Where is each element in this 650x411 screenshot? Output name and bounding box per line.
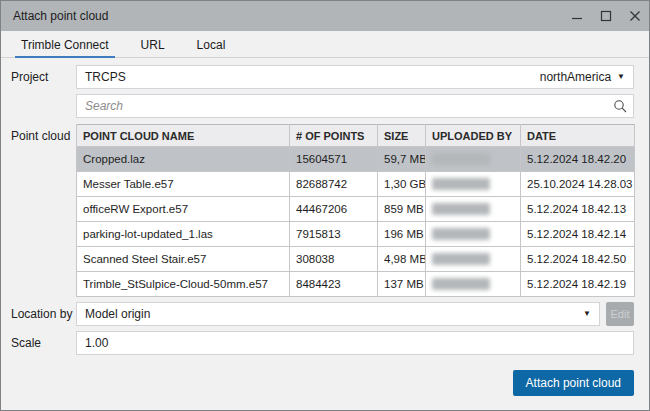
- cell-date[interactable]: 5.12.2024 18.42.13: [521, 197, 635, 222]
- redacted-uploaded-by: [432, 203, 490, 215]
- table-row[interactable]: Scanned Steel Stair.e573080384,98 MB5.12…: [77, 247, 635, 272]
- maximize-button[interactable]: [591, 1, 620, 31]
- project-dropdown[interactable]: TRCPS northAmerica ▼: [76, 65, 634, 89]
- redacted-uploaded-by: [432, 253, 490, 265]
- minimize-icon: [571, 10, 583, 22]
- cell-name[interactable]: Cropped.laz: [77, 147, 290, 172]
- cell-points[interactable]: 308038: [290, 247, 378, 272]
- project-region: northAmerica: [540, 70, 611, 84]
- table-row[interactable]: officeRW Export.e5744467206859 MB5.12.20…: [77, 197, 635, 222]
- project-value: TRCPS: [85, 70, 126, 84]
- cell-points[interactable]: 44467206: [290, 197, 378, 222]
- cell-uploaded-by[interactable]: [426, 172, 521, 197]
- redacted-uploaded-by: [432, 278, 490, 290]
- cell-points[interactable]: 7915813: [290, 222, 378, 247]
- cell-uploaded-by[interactable]: [426, 147, 521, 172]
- window-controls: [562, 1, 649, 31]
- cell-points[interactable]: 8484423: [290, 272, 378, 297]
- cell-name[interactable]: Scanned Steel Stair.e57: [77, 247, 290, 272]
- cell-uploaded-by[interactable]: [426, 247, 521, 272]
- point-cloud-table: POINT CLOUD NAME # OF POINTS SIZE UPLOAD…: [76, 124, 635, 297]
- scale-input[interactable]: [76, 331, 634, 355]
- tab-local[interactable]: Local: [195, 38, 228, 57]
- cell-size[interactable]: 1,30 GB: [378, 172, 426, 197]
- search-box: [76, 94, 634, 118]
- location-by-row: Location by Model origin ▼ Edit: [1, 302, 649, 326]
- location-by-label: Location by: [11, 307, 76, 321]
- point-cloud-row: Point cloud POINT CLOUD NAME # OF POINTS…: [1, 124, 649, 297]
- scale-label: Scale: [11, 336, 76, 350]
- chevron-down-icon: ▼: [617, 73, 625, 81]
- column-header-size[interactable]: SIZE: [378, 125, 426, 147]
- attach-point-cloud-button[interactable]: Attach point cloud: [513, 370, 634, 396]
- search-icon[interactable]: [613, 99, 627, 113]
- cell-name[interactable]: Trimble_StSulpice-Cloud-50mm.e57: [77, 272, 290, 297]
- cell-name[interactable]: Messer Table.e57: [77, 172, 290, 197]
- footer: Attach point cloud: [513, 370, 634, 396]
- column-header-name[interactable]: POINT CLOUD NAME: [77, 125, 290, 147]
- close-button[interactable]: [620, 1, 649, 31]
- cell-size[interactable]: 859 MB: [378, 197, 426, 222]
- maximize-icon: [600, 10, 612, 22]
- tab-bar: Trimble Connect URL Local: [1, 37, 649, 58]
- cell-uploaded-by[interactable]: [426, 272, 521, 297]
- cell-size[interactable]: 4,98 MB: [378, 247, 426, 272]
- attach-point-cloud-dialog: Attach point cloud Trimble Connect: [0, 0, 650, 411]
- redacted-uploaded-by: [432, 178, 490, 190]
- location-by-value: Model origin: [85, 307, 150, 321]
- search-row: [1, 94, 649, 118]
- cell-uploaded-by[interactable]: [426, 197, 521, 222]
- cell-points[interactable]: 82688742: [290, 172, 378, 197]
- project-label: Project: [11, 70, 76, 84]
- cell-name[interactable]: officeRW Export.e57: [77, 197, 290, 222]
- minimize-button[interactable]: [562, 1, 591, 31]
- table-row[interactable]: parking-lot-updated_1.las7915813196 MB5.…: [77, 222, 635, 247]
- table-row[interactable]: Trimble_StSulpice-Cloud-50mm.e5784844231…: [77, 272, 635, 297]
- chevron-down-icon: ▼: [583, 310, 591, 318]
- column-header-points[interactable]: # OF POINTS: [290, 125, 378, 147]
- table-header-row: POINT CLOUD NAME # OF POINTS SIZE UPLOAD…: [77, 125, 635, 147]
- table-row[interactable]: Cropped.laz1560457159,7 MB5.12.2024 18.4…: [77, 147, 635, 172]
- point-cloud-label: Point cloud: [11, 124, 76, 143]
- cell-date[interactable]: 5.12.2024 18.42.20: [521, 147, 635, 172]
- close-icon: [629, 10, 641, 22]
- location-by-dropdown[interactable]: Model origin ▼: [76, 302, 600, 326]
- cell-points[interactable]: 15604571: [290, 147, 378, 172]
- column-header-date[interactable]: DATE: [521, 125, 635, 147]
- titlebar: Attach point cloud: [1, 1, 649, 31]
- cell-uploaded-by[interactable]: [426, 222, 521, 247]
- cell-size[interactable]: 59,7 MB: [378, 147, 426, 172]
- search-input[interactable]: [76, 94, 634, 118]
- tab-url[interactable]: URL: [139, 38, 167, 57]
- table-row[interactable]: Messer Table.e57826887421,30 GB25.10.202…: [77, 172, 635, 197]
- scale-row: Scale: [1, 331, 649, 355]
- tab-trimble-connect[interactable]: Trimble Connect: [19, 38, 111, 57]
- point-cloud-table-body: Cropped.laz1560457159,7 MB5.12.2024 18.4…: [77, 147, 635, 297]
- cell-date[interactable]: 5.12.2024 18.42.14: [521, 222, 635, 247]
- cell-name[interactable]: parking-lot-updated_1.las: [77, 222, 290, 247]
- window-title: Attach point cloud: [13, 9, 562, 23]
- cell-size[interactable]: 137 MB: [378, 272, 426, 297]
- redacted-uploaded-by: [432, 228, 490, 240]
- column-header-uploaded-by[interactable]: UPLOADED BY: [426, 125, 521, 147]
- cell-date[interactable]: 25.10.2024 14.28.03: [521, 172, 635, 197]
- cell-date[interactable]: 5.12.2024 18.42.50: [521, 247, 635, 272]
- edit-button[interactable]: Edit: [606, 302, 634, 326]
- cell-size[interactable]: 196 MB: [378, 222, 426, 247]
- cell-date[interactable]: 5.12.2024 18.42.19: [521, 272, 635, 297]
- redacted-uploaded-by: [432, 153, 490, 165]
- project-row: Project TRCPS northAmerica ▼: [1, 65, 649, 89]
